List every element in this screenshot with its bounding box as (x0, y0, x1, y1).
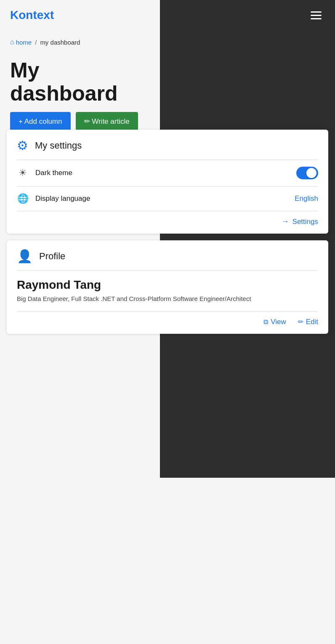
settings-card-header: ⚙ My settings (7, 130, 328, 160)
person-icon: 👤 (17, 249, 32, 263)
settings-link[interactable]: → Settings (282, 217, 318, 226)
profile-view-label: View (271, 318, 286, 326)
breadcrumb-separator: / (35, 39, 37, 46)
profile-view-link[interactable]: ⧉ View (263, 318, 286, 326)
profile-card: 👤 Profile Raymond Tang Big Data Engineer… (7, 240, 328, 334)
display-language-row: 🌐 Display language English (7, 186, 328, 211)
display-language-value[interactable]: English (295, 194, 318, 203)
settings-card-title: My settings (35, 140, 82, 151)
globe-icon: 🌐 (17, 193, 29, 204)
hamburger-line-3 (311, 18, 322, 19)
profile-card-header: 👤 Profile (7, 240, 328, 270)
add-column-button[interactable]: + Add column (10, 112, 71, 131)
write-article-button[interactable]: ✏ Write article (76, 112, 138, 131)
page-title: My dashboard (10, 59, 150, 105)
profile-card-title: Profile (39, 251, 65, 262)
breadcrumb-current: my dashboard (40, 39, 80, 46)
gear-icon: ⚙ (17, 138, 28, 153)
settings-card: ⚙ My settings ☀ Dark theme 🌐 Display lan… (7, 130, 328, 234)
profile-actions: ⧉ View ✏ Edit (7, 312, 328, 334)
dark-theme-row: ☀ Dark theme (7, 160, 328, 186)
profile-description: Big Data Engineer, Full Stack .NET and C… (7, 294, 328, 311)
edit-pencil-icon: ✏ (298, 318, 303, 326)
breadcrumb-home-link[interactable]: ⌂ home (10, 38, 32, 46)
breadcrumb: ⌂ home / my dashboard (10, 38, 80, 46)
arrow-right-icon: → (282, 217, 289, 226)
profile-edit-link[interactable]: ✏ Edit (298, 318, 318, 326)
dark-theme-toggle[interactable] (296, 167, 318, 179)
hamburger-line-2 (311, 15, 322, 16)
sun-icon: ☀ (17, 168, 29, 178)
settings-link-row: → Settings (7, 211, 328, 234)
breadcrumb-home-label: home (16, 39, 32, 46)
profile-edit-label: Edit (306, 318, 318, 326)
logo[interactable]: Kontext (10, 8, 54, 22)
home-icon: ⌂ (10, 38, 14, 46)
profile-name: Raymond Tang (7, 271, 328, 294)
settings-link-label: Settings (292, 218, 318, 226)
ext-link-icon: ⧉ (263, 318, 268, 326)
hamburger-button[interactable] (307, 8, 325, 23)
display-language-label: Display language (35, 194, 288, 203)
dark-theme-label: Dark theme (35, 169, 290, 177)
hamburger-line-1 (311, 11, 322, 13)
